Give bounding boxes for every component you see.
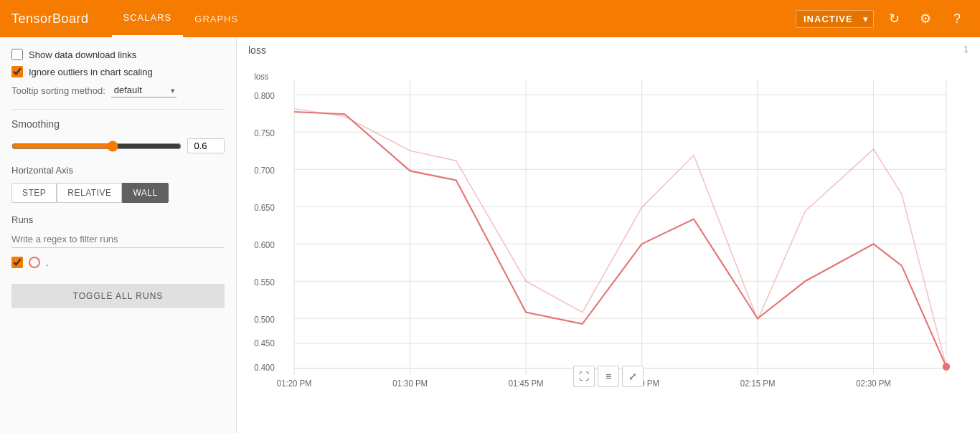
chart-toolbar: ⛶ ≡ ⤢ xyxy=(573,366,644,387)
smoothing-slider[interactable] xyxy=(11,141,182,152)
x-tick-6-date: September 22, 2018 xyxy=(837,388,910,390)
status-wrapper: INACTIVE ACTIVE xyxy=(796,10,874,28)
status-dropdown[interactable]: INACTIVE ACTIVE xyxy=(796,10,874,28)
x-tick-5-date: September 22, 2018 xyxy=(721,388,795,390)
main-nav: SCALARS GRAPHS xyxy=(112,0,250,37)
tooltip-row: Tooltip sorting method: default ascendin… xyxy=(11,83,225,97)
main-layout: Show data download links Ignore outliers… xyxy=(0,37,980,433)
smoothing-title: Smoothing xyxy=(11,118,225,130)
y-tick-400: 0.400 xyxy=(254,363,275,372)
nav-scalars[interactable]: SCALARS xyxy=(112,0,184,37)
divider-1 xyxy=(11,109,225,110)
chart-main-line xyxy=(294,112,946,366)
chart-svg: .grid-line { stroke: #e0e0e0; stroke-wid… xyxy=(248,56,969,390)
chart-title-bar: loss 1 xyxy=(237,37,980,56)
axis-buttons: STEP RELATIVE WALL xyxy=(11,183,225,203)
y-tick-800: 0.800 xyxy=(254,90,275,100)
list-button[interactable]: ≡ xyxy=(598,366,619,387)
show-download-label: Show data download links xyxy=(29,49,136,60)
brand-logo: TensorBoard xyxy=(11,11,89,27)
y-tick-650: 0.650 xyxy=(254,202,275,211)
y-tick-500: 0.500 xyxy=(254,314,275,323)
x-tick-5-time: 02:15 PM xyxy=(740,378,776,387)
run-dot-label: . xyxy=(46,257,49,268)
runs-filter-input[interactable] xyxy=(11,231,225,248)
y-tick-750: 0.750 xyxy=(254,128,275,137)
y-tick-550: 0.550 xyxy=(254,277,275,286)
settings-button[interactable]: ⚙ xyxy=(914,7,937,30)
tooltip-label: Tooltip sorting method: xyxy=(11,85,105,96)
header: TensorBoard SCALARS GRAPHS INACTIVE ACTI… xyxy=(0,0,980,37)
axis-wall-button[interactable]: WALL xyxy=(122,183,168,203)
y-tick-700: 0.700 xyxy=(254,165,275,174)
chart-container: .grid-line { stroke: #e0e0e0; stroke-wid… xyxy=(237,56,980,433)
zoom-button[interactable]: ⛶ xyxy=(573,366,595,387)
x-tick-3-time: 01:45 PM xyxy=(509,378,544,387)
chart-area: loss 1 .grid-line { stroke: #e0e0e0; str… xyxy=(237,37,980,433)
runs-section: Runs . xyxy=(11,214,225,268)
axis-section: Horizontal Axis STEP RELATIVE WALL xyxy=(11,165,225,203)
x-tick-2-date: September 22, 2018 xyxy=(373,388,447,390)
tooltip-select[interactable]: default ascending descending nearest xyxy=(111,83,176,97)
chart-corner-number: 1 xyxy=(963,44,969,54)
chart-title: loss xyxy=(248,44,266,56)
ignore-outliers-row: Ignore outliers in chart scaling xyxy=(11,66,225,77)
run-checkbox[interactable] xyxy=(11,257,23,268)
sidebar: Show data download links Ignore outliers… xyxy=(0,37,237,433)
runs-title: Runs xyxy=(11,214,225,225)
ignore-outliers-label: Ignore outliers in chart scaling xyxy=(29,67,153,77)
nav-graphs[interactable]: GRAPHS xyxy=(183,0,250,37)
x-tick-2-time: 01:30 PM xyxy=(392,378,428,387)
x-tick-6-time: 02:30 PM xyxy=(856,378,891,387)
x-tick-3-date: September 22, 2018 xyxy=(489,388,563,390)
x-tick-1-date: September 22, 2018 xyxy=(258,388,331,390)
x-tick-4-date: September 22, 2018 xyxy=(605,388,679,390)
ignore-outliers-checkbox[interactable] xyxy=(11,66,23,77)
x-tick-1-time: 01:20 PM xyxy=(277,378,312,387)
tooltip-select-wrap: default ascending descending nearest xyxy=(111,83,176,97)
chart-end-dot xyxy=(943,363,950,371)
chart-inner: .grid-line { stroke: #e0e0e0; stroke-wid… xyxy=(248,56,969,390)
y-label-title: loss xyxy=(254,71,268,80)
axis-title: Horizontal Axis xyxy=(11,165,225,176)
show-download-checkbox[interactable] xyxy=(11,49,23,60)
y-tick-450: 0.450 xyxy=(254,338,275,348)
help-button[interactable]: ? xyxy=(946,7,969,30)
show-download-row: Show data download links xyxy=(11,49,225,60)
smoothing-number[interactable] xyxy=(187,138,225,153)
expand-button[interactable]: ⤢ xyxy=(622,366,644,387)
smoothing-row xyxy=(11,138,225,153)
axis-step-button[interactable]: STEP xyxy=(11,183,57,203)
run-item: . xyxy=(11,257,225,268)
toggle-all-runs-button[interactable]: TOGGLE ALL RUNS xyxy=(11,284,225,308)
axis-relative-button[interactable]: RELATIVE xyxy=(57,183,122,203)
refresh-button[interactable]: ↻ xyxy=(882,7,905,30)
y-tick-600: 0.600 xyxy=(254,239,275,249)
chart-raw-line xyxy=(294,109,946,367)
header-right: INACTIVE ACTIVE ↻ ⚙ ? xyxy=(796,7,969,30)
run-circle[interactable] xyxy=(29,257,40,268)
